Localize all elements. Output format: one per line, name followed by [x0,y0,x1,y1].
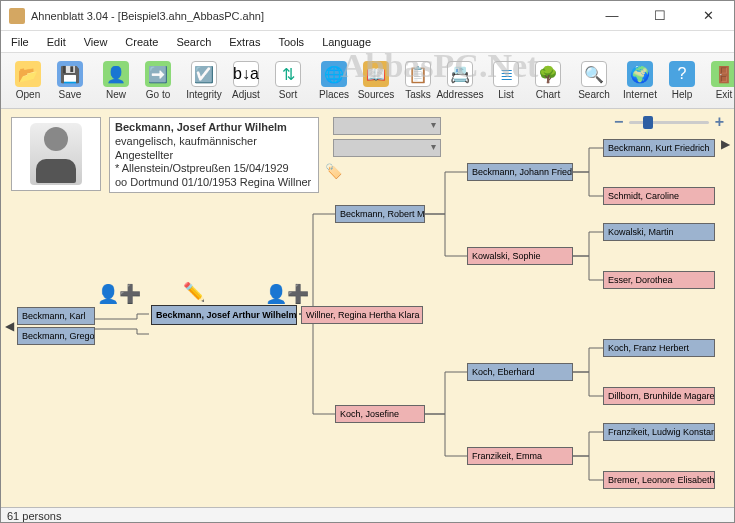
places-button[interactable]: 🌐Places [313,56,355,106]
dropdown-1[interactable] [333,117,441,135]
chart-button[interactable]: 🌳Chart [527,56,569,106]
spouse-node[interactable]: Willner, Regina Hertha Klara [301,306,423,324]
sources-button[interactable]: 📖Sources [355,56,397,106]
nav-right-icon[interactable]: ▶ [721,137,730,151]
ggparent-node[interactable]: Bremer, Leonore Elisabeth [603,471,715,489]
ggparent-node[interactable]: Franzikeit, Ludwig Konstantin [603,423,715,441]
list-icon: ≣ [493,61,519,87]
menubar: File Edit View Create Search Extras Tool… [1,31,734,53]
menu-tools[interactable]: Tools [274,34,308,50]
add-person-right-icon[interactable]: 👤➕ [265,283,309,305]
sibling-node[interactable]: Beckmann, Karl [17,307,95,325]
zoom-track[interactable] [629,121,708,124]
book-icon: 📖 [363,61,389,87]
father-node[interactable]: Beckmann, Robert Martin [335,205,425,223]
zoom-in-icon[interactable]: + [715,113,724,131]
goto-button[interactable]: ➡️Go to [137,56,179,106]
search-icon: 🔍 [581,61,607,87]
sibling-node[interactable]: Beckmann, Gregor [17,327,95,345]
central-person-node[interactable]: Beckmann, Josef Arthur Wilhelm [151,305,297,325]
address-icon: 📇 [447,61,473,87]
integrity-button[interactable]: ☑️Integrity [183,56,225,106]
exit-button[interactable]: 🚪Exit [703,56,735,106]
grandfather-node[interactable]: Beckmann, Johann Friedrich [467,163,573,181]
zoom-thumb[interactable] [643,116,653,129]
exit-icon: 🚪 [711,61,735,87]
detail-line: + 30/06/2005 [115,190,313,193]
titlebar: Ahnenblatt 3.04 - [Beispiel3.ahn_AbbasPC… [1,1,734,31]
detail-line: * Allenstein/Ostpreußen 15/04/1929 [115,162,313,176]
menu-search[interactable]: Search [172,34,215,50]
tree-canvas[interactable]: Beckmann, Josef Arthur Wilhelm evangelis… [1,109,734,507]
status-bar: 61 persons [1,507,734,523]
goto-icon: ➡️ [145,61,171,87]
close-button[interactable]: ✕ [690,3,726,29]
sort-icon: ⇅ [275,61,301,87]
addresses-button[interactable]: 📇Addresses [439,56,481,106]
folder-open-icon: 📂 [15,61,41,87]
sort-button[interactable]: ⇅Sort [267,56,309,106]
detail-line: oo Dortmund 01/10/1953 Regina Willner [115,176,313,190]
tag-icon[interactable]: 🏷️ [325,163,343,181]
ggparent-node[interactable]: Schmidt, Caroline [603,187,715,205]
adjust-icon: b↓a [233,61,259,87]
mother-node[interactable]: Koch, Josefine [335,405,425,423]
maximize-button[interactable]: ☐ [642,3,678,29]
detail-name: Beckmann, Josef Arthur Wilhelm [115,121,313,135]
open-button[interactable]: 📂Open [7,56,49,106]
toolbar: AbbasPC.Net 📂Open 💾Save 👤New ➡️Go to ☑️I… [1,53,734,109]
grandmother-node[interactable]: Franzikeit, Emma [467,447,573,465]
search-button[interactable]: 🔍Search [573,56,615,106]
help-icon: ? [669,61,695,87]
grandmother-node[interactable]: Kowalski, Sophie [467,247,573,265]
tasks-button[interactable]: 📋Tasks [397,56,439,106]
help-button[interactable]: ?Help [661,56,703,106]
save-button[interactable]: 💾Save [49,56,91,106]
grandfather-node[interactable]: Koch, Eberhard [467,363,573,381]
detail-line: evangelisch, kaufmännischer Angestellter [115,135,313,163]
menu-create[interactable]: Create [121,34,162,50]
person-detail-panel: Beckmann, Josef Arthur Wilhelm evangelis… [109,117,319,193]
menu-extras[interactable]: Extras [225,34,264,50]
new-button[interactable]: 👤New [95,56,137,106]
minimize-button[interactable]: — [594,3,630,29]
menu-language[interactable]: Language [318,34,375,50]
edit-person-icon[interactable]: ✏️ [183,281,205,303]
tasks-icon: 📋 [405,61,431,87]
ggparent-node[interactable]: Kowalski, Martin [603,223,715,241]
person-add-icon: 👤 [103,61,129,87]
dropdown-2[interactable] [333,139,441,157]
zoom-slider[interactable]: − + [614,115,724,129]
save-icon: 💾 [57,61,83,87]
ggparent-node[interactable]: Koch, Franz Herbert [603,339,715,357]
app-icon [9,8,25,24]
ggparent-node[interactable]: Dillborn, Brunhilde Magarethe [603,387,715,405]
ggparent-node[interactable]: Esser, Dorothea [603,271,715,289]
zoom-out-icon[interactable]: − [614,113,623,131]
internet-button[interactable]: 🌍Internet [619,56,661,106]
window-title: Ahnenblatt 3.04 - [Beispiel3.ahn_AbbasPC… [31,10,594,22]
status-text: 61 persons [7,510,61,522]
adjust-button[interactable]: b↓aAdjust [225,56,267,106]
list-button[interactable]: ≣List [485,56,527,106]
menu-edit[interactable]: Edit [43,34,70,50]
globe-icon: 🌐 [321,61,347,87]
chart-icon: 🌳 [535,61,561,87]
add-person-left-icon[interactable]: 👤➕ [97,283,141,305]
internet-icon: 🌍 [627,61,653,87]
person-photo[interactable] [11,117,101,191]
checklist-icon: ☑️ [191,61,217,87]
menu-file[interactable]: File [7,34,33,50]
nav-left-icon[interactable]: ◀ [5,319,14,333]
menu-view[interactable]: View [80,34,112,50]
ggparent-node[interactable]: Beckmann, Kurt Friedrich [603,139,715,157]
